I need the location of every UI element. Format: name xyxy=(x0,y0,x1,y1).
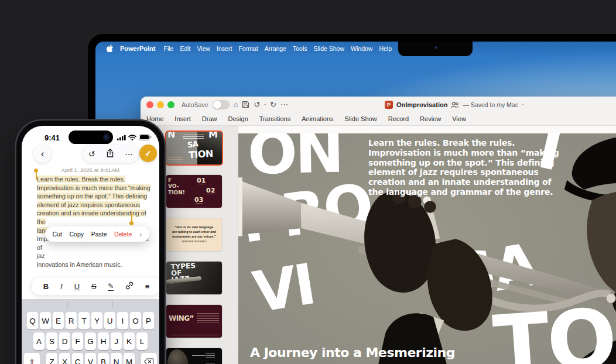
thumb5-quote: WING” xyxy=(169,314,194,322)
more-icon[interactable]: ⋯ xyxy=(280,101,288,108)
menu-item-edit[interactable]: Edit xyxy=(180,45,190,52)
selection-handle-end-bar[interactable] xyxy=(131,214,132,221)
tab-review[interactable]: Review xyxy=(420,115,441,122)
tab-home[interactable]: Home xyxy=(146,115,163,122)
menu-item-window[interactable]: Window xyxy=(351,45,372,52)
key-h[interactable]: H xyxy=(98,332,109,350)
key-f[interactable]: F xyxy=(72,332,83,350)
thumbnail-divider xyxy=(170,335,218,335)
tab-insert[interactable]: Insert xyxy=(174,115,191,122)
minimize-button[interactable] xyxy=(157,101,164,108)
key-x[interactable]: X xyxy=(59,353,70,364)
suggestion-divider xyxy=(112,301,113,308)
done-button[interactable]: ✓ xyxy=(139,145,157,162)
bold-button[interactable]: B xyxy=(43,282,49,291)
menu-app-name[interactable]: PowerPoint xyxy=(120,45,156,52)
menu-item-tools[interactable]: Tools xyxy=(293,45,307,52)
context-menu-delete[interactable]: Delete xyxy=(114,231,132,238)
italic-button[interactable]: I xyxy=(60,281,63,291)
slide-body-text: Learn the rules. Break the rules. Improv… xyxy=(368,138,570,197)
menu-item-arrange[interactable]: Arrange xyxy=(265,45,286,52)
apple-icon[interactable] xyxy=(107,44,114,53)
key-v[interactable]: V xyxy=(85,353,96,364)
context-menu-cut[interactable]: Cut xyxy=(53,231,62,238)
key-i[interactable]: I xyxy=(117,312,128,329)
tab-view[interactable]: View xyxy=(452,115,466,122)
collaborators-icon[interactable] xyxy=(451,101,459,108)
tab-design[interactable]: Design xyxy=(228,115,248,122)
tab-animations[interactable]: Animations xyxy=(302,115,333,122)
powerpoint-content: N M SA TION F VO- TION! 01 02 03 xyxy=(141,126,616,364)
key-w[interactable]: W xyxy=(40,312,51,329)
key-z[interactable]: Z xyxy=(46,353,57,364)
context-menu-paste[interactable]: Paste xyxy=(91,231,107,238)
key-o[interactable]: O xyxy=(130,312,141,329)
menu-item-file[interactable]: File xyxy=(164,45,174,52)
selected-text[interactable]: Learn the rules. Break the rules. Improv… xyxy=(37,176,150,234)
current-slide[interactable]: ON I PRO VI SA Learn the rules. Break th… xyxy=(238,133,616,364)
key-n[interactable]: N xyxy=(111,353,122,364)
highlight-pencil-icon[interactable]: ✎ xyxy=(108,282,114,291)
key-s[interactable]: S xyxy=(46,332,57,350)
slide-thumbnail-1[interactable]: N M SA TION xyxy=(166,132,222,164)
context-menu-more-chevron-icon[interactable]: › xyxy=(139,230,142,239)
key-k[interactable]: K xyxy=(124,332,135,350)
tab-transitions[interactable]: Transitions xyxy=(259,115,290,122)
home-icon[interactable]: ⌂ xyxy=(234,101,238,108)
key-d[interactable]: D xyxy=(59,332,70,350)
tab-slide-show[interactable]: Slide Show xyxy=(345,115,377,122)
selection-handle-start[interactable] xyxy=(34,169,38,173)
save-icon[interactable] xyxy=(242,101,249,108)
close-button[interactable] xyxy=(146,101,153,108)
powerpoint-window: AutoSave ⌂ ↺ › ↻ ⋯ P OnImprovisation — S… xyxy=(141,97,616,364)
back-button[interactable]: ‹ xyxy=(33,145,52,163)
backspace-key[interactable] xyxy=(141,353,157,364)
key-j[interactable]: J xyxy=(111,332,122,350)
selection-handle-start-bar[interactable] xyxy=(36,173,37,180)
text-format-lines-icon[interactable]: ≡ xyxy=(145,282,150,291)
key-g[interactable]: G xyxy=(85,332,96,350)
key-c[interactable]: C xyxy=(72,353,83,364)
slide-thumbnail-6[interactable] xyxy=(166,348,222,364)
save-status[interactable]: — Saved to my Mac xyxy=(463,101,518,108)
underline-button[interactable]: U xyxy=(74,282,80,291)
autosave-toggle[interactable] xyxy=(213,100,230,109)
key-p[interactable]: P xyxy=(143,312,154,329)
link-icon[interactable] xyxy=(125,281,134,291)
status-chevron-down-icon[interactable]: › xyxy=(520,104,525,105)
note-text[interactable]: Learn the rules. Break the rules. Improv… xyxy=(37,175,155,269)
key-r[interactable]: R xyxy=(66,312,77,329)
selection-handle-end[interactable] xyxy=(129,221,134,225)
menu-item-slide-show[interactable]: Slide Show xyxy=(314,45,345,52)
key-u[interactable]: U xyxy=(104,312,115,329)
menu-item-help[interactable]: Help xyxy=(379,45,392,52)
key-y[interactable]: Y xyxy=(91,312,102,329)
menu-item-view[interactable]: View xyxy=(197,45,211,52)
undo-icon[interactable]: ↺ xyxy=(88,149,95,159)
key-q[interactable]: Q xyxy=(27,312,38,329)
menu-item-format[interactable]: Format xyxy=(238,45,258,52)
strikethrough-button[interactable]: S xyxy=(91,282,97,291)
tab-record[interactable]: Record xyxy=(388,115,409,122)
slide-thumbnail-5[interactable]: WING” xyxy=(166,305,222,338)
key-t[interactable]: T xyxy=(78,312,90,329)
slide-thumbnail-2[interactable]: F VO- TION! 01 02 03 xyxy=(166,175,222,208)
key-b[interactable]: B xyxy=(98,353,109,364)
tab-draw[interactable]: Draw xyxy=(202,115,217,122)
undo-chevron-down-icon[interactable]: › xyxy=(262,104,268,105)
redo-icon[interactable]: ↻ xyxy=(270,101,276,108)
more-icon[interactable]: ⋯ xyxy=(125,149,133,159)
shift-key[interactable]: ⇧ xyxy=(24,353,40,364)
menu-item-insert[interactable]: Insert xyxy=(217,45,232,52)
zoom-button[interactable] xyxy=(167,101,174,108)
key-e[interactable]: E xyxy=(53,312,64,329)
key-a[interactable]: A xyxy=(33,332,45,350)
share-icon[interactable] xyxy=(107,149,114,160)
key-l[interactable]: L xyxy=(136,332,148,350)
key-m[interactable]: M xyxy=(124,353,135,364)
context-menu-copy[interactable]: Copy xyxy=(70,231,84,238)
undo-icon[interactable]: ↺ xyxy=(254,101,260,108)
slide-thumbnail-3[interactable]: “Jazz is its own language. are talking t… xyxy=(166,218,222,251)
slide-thumbnail-4[interactable]: TYPES OF JAZZ xyxy=(166,262,222,294)
thumb2-title: F VO- TION! xyxy=(168,177,185,195)
